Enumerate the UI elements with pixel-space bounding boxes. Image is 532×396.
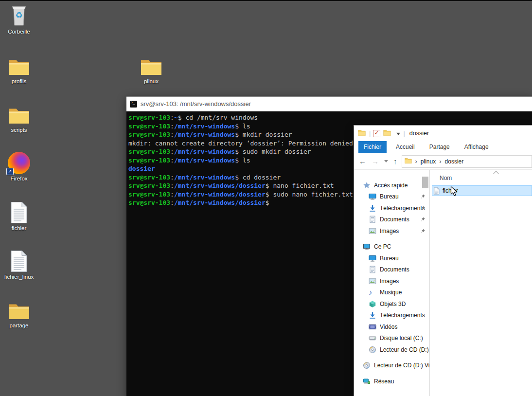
terminal-line: srv@srv-103:~$ cd /mnt/srv-windows — [128, 113, 532, 122]
sidebar-item-documents[interactable]: Documents — [354, 264, 429, 276]
sidebar-item-images[interactable]: Images — [354, 275, 429, 287]
sidebar-item-reseau[interactable]: Réseau — [354, 376, 429, 387]
column-header-nom[interactable]: Nom — [430, 175, 532, 181]
desktop-icon-partage[interactable]: partage — [0, 297, 38, 328]
sidebar-item-label: Musique — [380, 289, 429, 296]
sidebar-item-acces-rapide[interactable]: Accès rapide — [354, 180, 429, 191]
desktop-icon-fichier-linux[interactable]: fichier_linux — [0, 248, 38, 280]
explorer-titlebar[interactable]: | | dossier — [354, 126, 532, 141]
pin-icon — [420, 228, 426, 234]
sidebar-item-label: Objets 3D — [380, 301, 429, 307]
desktop-icon-label: fichier_linux — [4, 274, 34, 280]
terminal-app-icon — [130, 101, 137, 108]
sidebar-item-label: Bureau — [380, 255, 429, 262]
sidebar-item-label: Lecteur de CD (D:) V — [380, 346, 429, 353]
downloads-icon — [369, 204, 376, 212]
desktop: ♻ Corbeille profils scripts ↗ Firefox fi… — [0, 0, 532, 396]
desktop-icon-profils[interactable]: profils — [0, 53, 38, 84]
network-icon — [363, 378, 371, 385]
sidebar-item-lecteur-de-cd-d-vi[interactable]: Lecteur de CD (D:) Vi — [354, 360, 429, 372]
sidebar-item-telechargements[interactable]: Téléchargements — [354, 202, 429, 214]
folder-icon — [140, 53, 162, 77]
address-bar: ← → ↑ › plinux › dossier — [354, 153, 532, 170]
desktop-icon-label: partage — [9, 323, 28, 328]
recycle-symbol-icon: ♻ — [15, 11, 22, 19]
desktop-icon-corbeille[interactable]: ♻ Corbeille — [0, 3, 38, 35]
sidebar-item-label: Disque local (C:) — [380, 335, 429, 342]
breadcrumb-segment-plinux[interactable]: plinux — [421, 158, 436, 165]
tab-accueil[interactable]: Accueil — [390, 141, 420, 153]
folder-icon — [8, 53, 30, 77]
terminal-title: srv@srv-103: /mnt/srv-windows/dossier — [141, 100, 251, 108]
this-pc-icon — [363, 243, 371, 251]
properties-check-icon[interactable] — [373, 130, 380, 137]
pin-icon — [420, 217, 426, 222]
desktop-icon-plinux[interactable]: plinux — [132, 53, 170, 84]
text-file-icon — [10, 248, 28, 272]
quick-access-icon — [363, 181, 371, 189]
folder-icon — [8, 297, 30, 321]
documents-icon — [369, 266, 376, 273]
text-file-icon — [434, 187, 440, 195]
mouse-cursor — [450, 186, 459, 199]
cd-drive-icon — [363, 361, 371, 369]
tab-affichage[interactable]: Affichage — [459, 141, 494, 153]
desktop-icon-fichier[interactable]: fichier — [0, 199, 38, 231]
folder-icon — [8, 101, 30, 126]
sidebar-item-lecteur-de-cd-d-v[interactable]: Lecteur de CD (D:) V — [354, 344, 429, 356]
desktop-icon — [369, 254, 376, 262]
back-button[interactable]: ← — [359, 158, 366, 165]
qat-customize-dropdown-icon[interactable] — [396, 132, 400, 135]
sidebar-item-musique[interactable]: ♪Musique — [354, 287, 429, 299]
file-list: Nom fichier — [430, 170, 532, 396]
sidebar-item-bureau[interactable]: Bureau — [354, 191, 429, 203]
sidebar-item-telechargements[interactable]: Téléchargements — [354, 310, 429, 322]
sidebar-item-documents[interactable]: Documents — [354, 214, 429, 226]
sidebar-item-disque-local-c[interactable]: Disque local (C:) — [354, 333, 429, 344]
terminal-titlebar[interactable]: srv@srv-103: /mnt/srv-windows/dossier — [126, 97, 532, 111]
desktop-icon-label: scripts — [11, 127, 27, 133]
documents-icon — [369, 216, 376, 223]
sidebar-item-ce-pc[interactable]: Ce PC — [354, 241, 429, 253]
pictures-icon — [369, 227, 376, 235]
sidebar-item-label: Réseau — [374, 378, 429, 385]
qat-separator: | — [403, 130, 405, 137]
sidebar-item-images[interactable]: Images — [354, 225, 429, 237]
navigation-pane: Accès rapideBureauTéléchargementsDocumen… — [354, 170, 430, 396]
desktop-icon-label: plinux — [144, 78, 159, 84]
objects-3d-icon — [369, 300, 376, 308]
recent-locations-dropdown-icon[interactable] — [384, 160, 388, 162]
desktop-icon-label: Firefox — [10, 176, 27, 181]
breadcrumb-chevron: › — [439, 158, 441, 165]
breadcrumb-segment-dossier[interactable]: dossier — [445, 158, 464, 165]
pin-icon — [420, 194, 426, 199]
ribbon-tabs: Fichier Accueil Partage Affichage — [354, 141, 532, 153]
desktop-icon-label: profils — [12, 78, 27, 84]
file-explorer-window: | | dossier Fichier Accueil Partage Affi… — [354, 126, 532, 396]
forward-button[interactable]: → — [372, 158, 379, 165]
desktop-icon-firefox[interactable]: ↗ Firefox — [0, 150, 38, 181]
explorer-app-folder-icon — [358, 129, 366, 138]
pictures-icon — [369, 277, 376, 285]
qat-separator: | — [369, 130, 371, 137]
screen-top-edge — [0, 0, 532, 1]
new-folder-icon[interactable] — [383, 129, 391, 138]
sidebar-item-label: Ce PC — [374, 243, 429, 250]
explorer-window-title: dossier — [409, 130, 429, 137]
sidebar-item-label: Images — [380, 278, 429, 285]
desktop-icon-label: Corbeille — [8, 29, 30, 35]
sidebar-item-objets-3d[interactable]: Objets 3D — [354, 298, 429, 310]
sidebar-item-label: Accès rapide — [374, 182, 429, 189]
sidebar-item-videos[interactable]: Vidéos — [354, 321, 429, 333]
breadcrumb[interactable]: › plinux › dossier — [402, 155, 532, 168]
sidebar-item-bureau[interactable]: Bureau — [354, 252, 429, 264]
tab-fichier[interactable]: Fichier — [358, 141, 387, 153]
videos-icon — [369, 323, 376, 331]
up-button[interactable]: ↑ — [393, 158, 397, 165]
music-icon: ♪ — [369, 288, 376, 296]
file-row-fichier[interactable]: fichier — [432, 185, 532, 196]
sidebar-item-label: Documents — [380, 266, 429, 273]
desktop-icon-scripts[interactable]: scripts — [0, 101, 38, 133]
local-disk-icon — [369, 334, 376, 342]
tab-partage[interactable]: Partage — [424, 141, 455, 153]
